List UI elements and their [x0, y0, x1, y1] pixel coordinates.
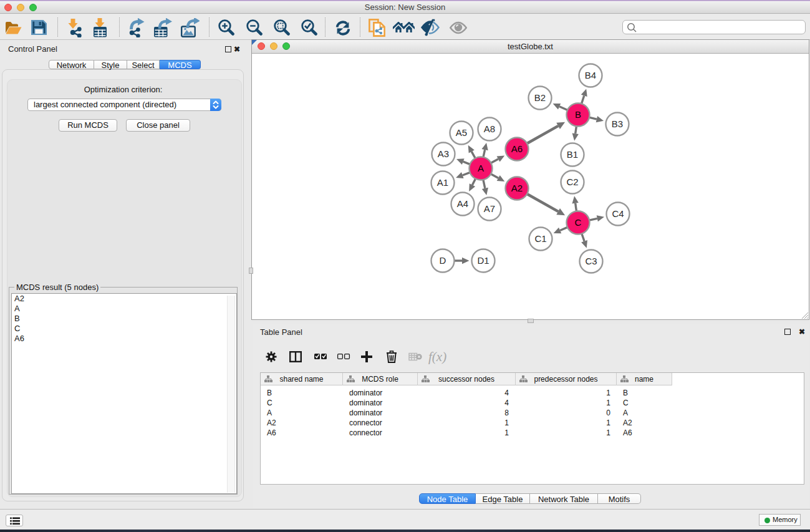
svg-text:B: B: [575, 109, 581, 120]
svg-text:A: A: [478, 163, 484, 173]
svg-text:C: C: [575, 217, 582, 228]
svg-text:B4: B4: [585, 70, 596, 80]
svg-text:D1: D1: [477, 255, 489, 266]
svg-text:B3: B3: [612, 118, 623, 129]
svg-text:B1: B1: [567, 149, 578, 160]
svg-text:A5: A5: [456, 127, 467, 138]
svg-text:A1: A1: [437, 177, 448, 188]
svg-text:A6: A6: [511, 143, 523, 154]
svg-text:C4: C4: [612, 208, 624, 219]
svg-text:B2: B2: [534, 92, 546, 103]
svg-text:D: D: [440, 255, 446, 266]
svg-text:A4: A4: [457, 198, 468, 209]
svg-text:A7: A7: [484, 203, 495, 214]
svg-text:C2: C2: [566, 177, 578, 187]
svg-text:A2: A2: [511, 183, 523, 193]
svg-text:A3: A3: [438, 148, 449, 159]
svg-text:C3: C3: [585, 256, 597, 266]
svg-text:A8: A8: [484, 123, 495, 134]
svg-text:C1: C1: [534, 233, 546, 244]
